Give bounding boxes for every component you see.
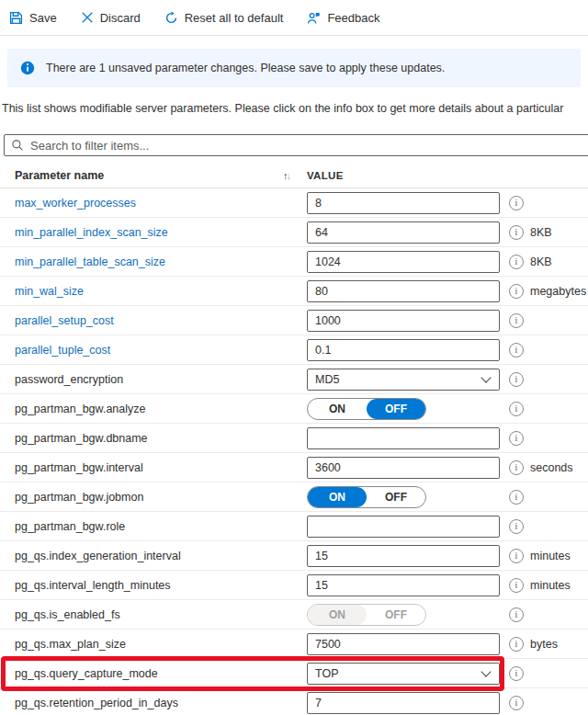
value-input[interactable] — [307, 221, 500, 244]
parameter-name: pg_partman_bgw.interval — [15, 461, 307, 474]
value-cell — [307, 545, 502, 567]
table-row: pg_qs.interval_length_minutesiminutes — [0, 571, 588, 600]
column-header-parameter-name[interactable]: Parameter name — [15, 169, 283, 182]
value-input[interactable] — [307, 692, 500, 714]
value-input[interactable] — [307, 633, 500, 655]
table-row: pg_qs.max_plan_sizeibytes — [0, 630, 588, 659]
search-input[interactable] — [30, 139, 588, 153]
dropdown-selected-value: MD5 — [315, 373, 339, 386]
info-icon[interactable]: i — [509, 313, 524, 328]
sort-desc-icon: ↓ — [287, 170, 292, 181]
info-icon[interactable]: i — [509, 225, 524, 240]
info-icon[interactable]: i — [509, 255, 524, 269]
parameter-name-link[interactable]: min_parallel_index_scan_size — [15, 226, 307, 239]
info-icon[interactable]: i — [509, 490, 524, 505]
discard-button[interactable]: Discard — [81, 11, 141, 25]
value-input[interactable] — [307, 545, 500, 567]
info-banner[interactable]: There are 1 unsaved parameter changes. P… — [7, 49, 581, 87]
reset-all-button[interactable]: Reset all to default — [164, 11, 284, 25]
info-icon[interactable]: i — [509, 460, 524, 475]
info-icon[interactable]: i — [509, 549, 524, 563]
info-icon[interactable]: i — [509, 196, 524, 210]
info-banner-icon — [20, 61, 35, 75]
toggle-on-option[interactable]: ON — [308, 399, 367, 419]
on-off-toggle[interactable]: ONOFF — [307, 486, 426, 508]
feedback-button[interactable]: Feedback — [307, 11, 379, 25]
command-bar: Save Discard Reset all to default Feedba… — [0, 0, 588, 36]
table-row: max_worker_processesi — [0, 188, 588, 218]
parameter-name-link[interactable]: min_parallel_table_scan_size — [15, 255, 307, 268]
value-input[interactable] — [307, 516, 500, 538]
value-input[interactable] — [307, 457, 500, 479]
table-row: pg_partman_bgw.intervaliseconds — [0, 453, 588, 482]
value-input[interactable] — [307, 310, 500, 332]
info-icon[interactable]: i — [509, 637, 524, 652]
value-unit: minutes — [530, 579, 571, 592]
save-label: Save — [29, 11, 57, 25]
table-row: password_encryptionMD5i — [0, 365, 588, 394]
parameter-name-link[interactable]: parallel_tuple_cost — [15, 344, 307, 357]
value-unit: seconds — [530, 461, 573, 474]
info-icon[interactable]: i — [509, 372, 524, 387]
table-row: min_wal_sizeimegabytes — [0, 277, 588, 306]
table-row: min_parallel_index_scan_sizei8KB — [0, 218, 588, 247]
value-cell — [307, 457, 502, 479]
reset-icon — [164, 11, 178, 25]
table-row: pg_qs.query_capture_modeTOPi — [0, 659, 588, 688]
value-input[interactable] — [307, 251, 500, 273]
table-row: min_parallel_table_scan_sizei8KB — [0, 247, 588, 277]
parameter-name: pg_qs.query_capture_mode — [15, 667, 307, 680]
info-icon[interactable]: i — [509, 578, 524, 593]
value-input[interactable] — [307, 339, 500, 361]
value-unit: megabytes — [530, 285, 586, 298]
info-icon[interactable]: i — [509, 696, 524, 710]
value-dropdown[interactable]: TOP — [307, 663, 500, 685]
value-cell: ONOFF — [307, 604, 502, 626]
table-row: pg_partman_bgw.rolei — [0, 512, 588, 541]
value-cell — [307, 574, 502, 596]
info-icon[interactable]: i — [509, 431, 524, 446]
discard-icon — [81, 11, 94, 24]
toggle-off-option[interactable]: OFF — [367, 399, 425, 419]
feedback-icon — [307, 11, 321, 25]
value-cell — [307, 339, 502, 361]
save-button[interactable]: Save — [9, 11, 57, 25]
value-input[interactable] — [307, 427, 500, 449]
parameter-name: pg_qs.index_generation_interval — [15, 550, 307, 562]
toggle-off-option: OFF — [367, 605, 425, 625]
parameter-name-link[interactable]: min_wal_size — [15, 285, 307, 298]
search-icon — [11, 139, 24, 152]
value-input[interactable] — [307, 280, 500, 302]
value-cell — [307, 427, 502, 449]
value-cell — [307, 221, 502, 244]
info-icon[interactable]: i — [509, 284, 524, 299]
toggle-off-option[interactable]: OFF — [367, 487, 425, 507]
value-dropdown[interactable]: MD5 — [307, 369, 500, 391]
value-cell — [307, 192, 502, 214]
table-body: max_worker_processesimin_parallel_index_… — [0, 188, 588, 715]
search-box — [4, 134, 588, 156]
info-icon[interactable]: i — [509, 519, 524, 534]
info-icon[interactable]: i — [509, 343, 524, 358]
parameter-name: pg_partman_bgw.analyze — [15, 403, 307, 415]
toggle-on-option[interactable]: ON — [308, 487, 367, 507]
parameter-name-link[interactable]: parallel_setup_cost — [15, 314, 307, 327]
on-off-toggle[interactable]: ONOFF — [307, 398, 426, 420]
on-off-toggle: ONOFF — [307, 604, 426, 626]
value-unit: 8KB — [530, 255, 552, 268]
table-header: Parameter name ↑↓ VALUE — [0, 164, 588, 188]
info-icon[interactable]: i — [509, 666, 524, 681]
value-input[interactable] — [307, 192, 500, 214]
sort-icon[interactable]: ↑↓ — [283, 170, 307, 181]
column-header-value: VALUE — [307, 170, 344, 181]
reset-all-label: Reset all to default — [185, 11, 284, 25]
parameter-name: pg_qs.is_enabled_fs — [15, 608, 307, 621]
save-icon — [9, 11, 23, 25]
info-icon[interactable]: i — [509, 607, 524, 622]
value-cell: ONOFF — [307, 398, 502, 420]
value-input[interactable] — [307, 574, 500, 596]
info-icon[interactable]: i — [509, 402, 524, 416]
table-row: pg_partman_bgw.analyzeONOFFi — [0, 394, 588, 424]
parameter-name: pg_qs.interval_length_minutes — [15, 579, 307, 592]
parameter-name-link[interactable]: max_worker_processes — [15, 197, 307, 210]
